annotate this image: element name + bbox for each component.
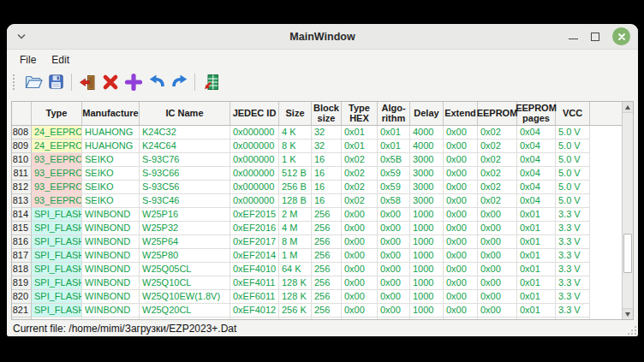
table-cell[interactable]: 3000 [410, 153, 444, 167]
table-cell[interactable]: 256 [312, 249, 342, 263]
table-cell[interactable]: 0x00 [444, 249, 478, 263]
title-bar[interactable]: MainWindow [7, 24, 638, 50]
table-cell[interactable]: 0x00 [444, 167, 478, 181]
table-cell[interactable]: 0x00 [342, 304, 378, 317]
table-cell[interactable]: 0x00 [444, 263, 478, 276]
table-cell[interactable]: 256 [312, 276, 342, 290]
table-cell[interactable]: 16 [312, 153, 342, 167]
maximize-button[interactable] [591, 33, 599, 41]
table-cell[interactable]: 0xEF6011 [230, 290, 279, 304]
toolbar-handle[interactable] [13, 74, 17, 90]
table-cell[interactable]: 0x00 [378, 263, 410, 276]
table-cell[interactable]: 16 [312, 181, 342, 194]
table-cell[interactable]: SPI_FLASH [32, 222, 82, 235]
table-cell[interactable]: W25P16 [140, 208, 230, 222]
table-cell[interactable]: 24_EEPROM [32, 126, 82, 139]
table-cell[interactable]: 0xEF2015 [230, 208, 279, 222]
minimize-button[interactable] [569, 31, 578, 39]
table-cell[interactable]: 0x00 [444, 304, 478, 317]
export-excel-button[interactable] [199, 71, 222, 92]
table-cell[interactable]: 0x00 [342, 208, 378, 222]
open-button[interactable] [21, 71, 45, 92]
table-cell[interactable]: SEIKO [82, 181, 140, 194]
row-number-cell[interactable]: 811 [12, 167, 32, 181]
table-cell[interactable]: S-93C46 [140, 194, 230, 208]
table-cell[interactable]: 256 K [279, 304, 312, 317]
table-cell[interactable]: 0x02 [478, 194, 517, 208]
column-header[interactable]: VCC [556, 102, 590, 125]
table-cell[interactable]: 0x5B [378, 153, 410, 167]
table-cell[interactable]: 0x04 [517, 126, 556, 139]
table-cell[interactable]: 1000 [410, 276, 444, 290]
table-cell[interactable]: 256 [312, 208, 342, 222]
table-cell[interactable]: SPI_FLASH [32, 304, 82, 317]
column-header[interactable]: IC Name [140, 102, 230, 125]
row-number-cell[interactable]: 821 [12, 304, 32, 317]
table-cell[interactable]: 3.3 V [556, 290, 590, 304]
table-cell[interactable]: 0x02 [478, 139, 517, 153]
table-cell[interactable]: 32 [312, 139, 342, 153]
table-cell[interactable]: 5.0 V [556, 167, 590, 181]
table-cell[interactable]: 1000 [410, 304, 444, 317]
table-cell[interactable]: 0x00 [444, 139, 478, 153]
table-cell[interactable]: 0x59 [378, 181, 410, 194]
column-header[interactable]: Block size [312, 102, 342, 125]
table-cell[interactable]: 0x04 [517, 194, 556, 208]
table-cell[interactable]: 4 K [279, 126, 312, 139]
row-number-cell[interactable]: 820 [12, 290, 32, 304]
row-number-cell[interactable]: 817 [12, 249, 32, 263]
table-cell[interactable]: 0x00 [444, 181, 478, 194]
table-cell[interactable]: 0x01 [517, 249, 556, 263]
table-cell[interactable]: 24_EEPROM [32, 139, 82, 153]
table-cell[interactable]: 0x00 [342, 222, 378, 235]
table-cell[interactable]: 0x00 [444, 276, 478, 290]
table-cell[interactable]: 64 K [279, 263, 312, 276]
table-cell[interactable]: 0x02 [478, 181, 517, 194]
close-button[interactable] [612, 27, 630, 45]
table-cell[interactable]: 5.0 V [556, 181, 590, 194]
table-cell[interactable]: 93_EEPROM [32, 153, 82, 167]
row-number-cell[interactable]: 819 [12, 276, 32, 290]
row-number-cell[interactable]: 816 [12, 235, 32, 249]
table-cell[interactable]: W25Q10CL [140, 276, 230, 290]
table-cell[interactable]: 0x02 [342, 153, 378, 167]
table-cell[interactable]: 3.3 V [556, 263, 590, 276]
table-cell[interactable]: 16 [312, 194, 342, 208]
table-cell[interactable]: 0x01 [517, 222, 556, 235]
column-header[interactable]: Size [279, 102, 312, 125]
table-cell[interactable]: WINBOND [82, 208, 140, 222]
column-header[interactable]: JEDEC ID [230, 102, 279, 125]
table-cell[interactable]: WINBOND [82, 290, 140, 304]
table-cell[interactable]: 0x000000 [230, 167, 279, 181]
table-cell[interactable]: 0x00 [478, 290, 517, 304]
row-number-cell[interactable]: 814 [12, 208, 32, 222]
table-cell[interactable]: 0x04 [517, 153, 556, 167]
scrollbar-thumb[interactable] [623, 234, 632, 273]
table-cell[interactable]: 0x000000 [230, 153, 279, 167]
table-cell[interactable]: 4 M [279, 222, 312, 235]
table-cell[interactable]: W25Q05CL [140, 263, 230, 276]
scroll-down-button[interactable] [623, 308, 633, 319]
table-cell[interactable]: SEIKO [82, 167, 140, 181]
table-cell[interactable]: 512 B [279, 167, 312, 181]
table-cell[interactable]: 3000 [410, 167, 444, 181]
table-cell[interactable]: 0x00 [378, 304, 410, 317]
column-header[interactable]: Type HEX [342, 102, 378, 125]
table-cell[interactable]: 0x00 [478, 222, 517, 235]
table-cell[interactable]: 0x01 [378, 126, 410, 139]
delete-button[interactable] [98, 71, 122, 92]
table-cell[interactable]: 0x00 [478, 249, 517, 263]
table-cell[interactable]: 0x00 [478, 276, 517, 290]
table-cell[interactable]: 0xEF4010 [230, 263, 279, 276]
table-cell[interactable]: 1000 [410, 208, 444, 222]
redo-button[interactable] [168, 71, 191, 92]
table-cell[interactable]: 0x000000 [230, 194, 279, 208]
table-cell[interactable]: 0xEF4012 [230, 304, 279, 317]
window-menu-button[interactable] [15, 30, 28, 44]
row-number-cell[interactable]: 808 [12, 126, 32, 139]
table-cell[interactable]: 0x04 [517, 139, 556, 153]
table-cell[interactable]: 0xEF2016 [230, 222, 279, 235]
table-cell[interactable]: 0xEF2014 [230, 249, 279, 263]
table-cell[interactable]: 5.0 V [556, 139, 590, 153]
table-cell[interactable]: 0x000000 [230, 181, 279, 194]
